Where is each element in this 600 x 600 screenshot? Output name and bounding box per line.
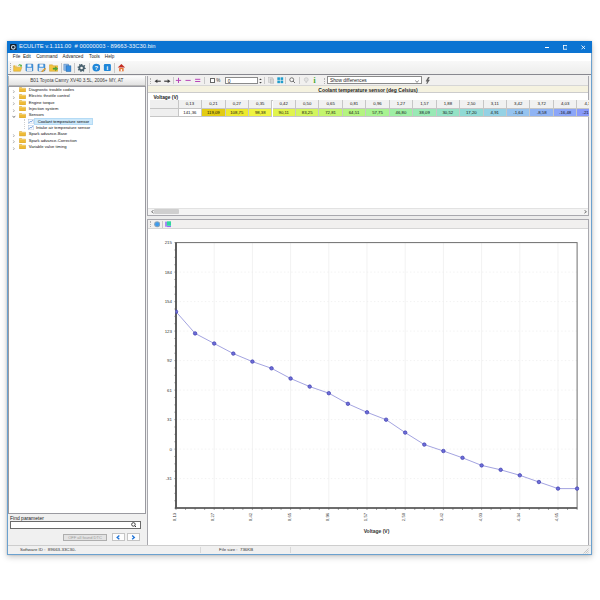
svg-text:31: 31 xyxy=(167,417,172,422)
svg-text:?: ? xyxy=(94,65,98,71)
svg-text:0,65: 0,65 xyxy=(287,512,292,521)
svg-text:215: 215 xyxy=(165,240,173,245)
svg-text:184: 184 xyxy=(165,270,173,275)
svg-text:0: 0 xyxy=(170,447,173,452)
svg-text:0,27: 0,27 xyxy=(210,512,215,521)
svg-text:4,34: 4,34 xyxy=(516,512,521,521)
svg-text:4,65: 4,65 xyxy=(554,512,559,521)
svg-text:61: 61 xyxy=(167,388,172,393)
svg-text:0,13: 0,13 xyxy=(172,512,177,521)
svg-text:Voltage (V): Voltage (V) xyxy=(364,528,390,534)
svg-text:92: 92 xyxy=(167,358,172,363)
svg-text:1,57: 1,57 xyxy=(363,512,368,521)
svg-text:123: 123 xyxy=(165,329,173,334)
svg-text:4,03: 4,03 xyxy=(478,512,483,521)
svg-text:-31: -31 xyxy=(166,476,173,481)
svg-text:154: 154 xyxy=(165,299,173,304)
svg-text:0,42: 0,42 xyxy=(248,512,253,521)
svg-text:0,96: 0,96 xyxy=(325,512,330,521)
svg-text:3,42: 3,42 xyxy=(439,512,444,521)
svg-text:2,50: 2,50 xyxy=(401,512,406,521)
